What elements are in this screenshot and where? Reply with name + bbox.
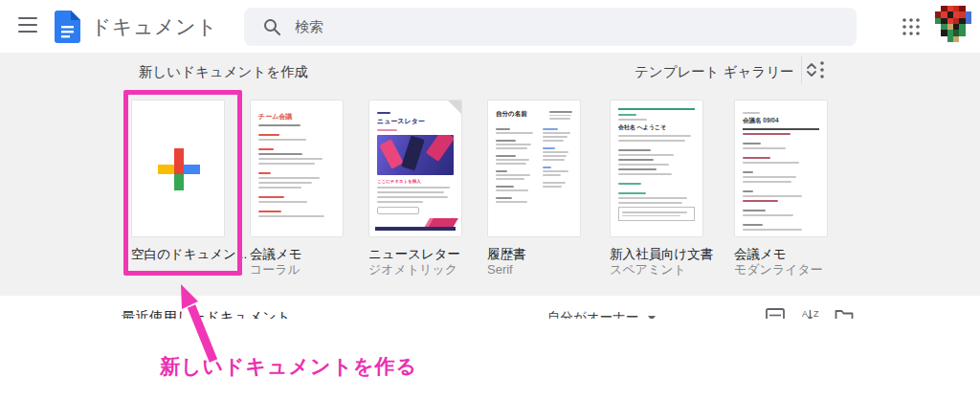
template-sublabel: ジオメトリック [368,262,462,278]
more-options-icon[interactable] [814,60,830,83]
preview-doc-title: ニュースレター [377,117,454,126]
template-label: 履歴書 [487,246,581,262]
template-label: ニュースレター [368,246,462,262]
google-apps-grid-icon[interactable] [902,17,921,36]
account-avatar[interactable] [935,6,971,42]
sort-az-icon[interactable]: AZ [802,308,821,319]
svg-text:Z: Z [813,309,819,319]
app-title: ドキュメント [91,13,217,40]
template-card-geometric[interactable]: ニュースレター ここにテキストを挿入 ニュースレター ジオメトリック [368,100,462,278]
preview-text-lines [618,114,695,121]
list-view-icon[interactable] [766,308,785,319]
docs-home-screen: ドキュメント 検索 [0,0,980,400]
template-sublabel: Serif [487,262,581,278]
template-card-modern-writer[interactable]: 会議名 09/04 会議メモ モダンライター [734,100,828,278]
dropdown-caret-icon [648,316,656,319]
template-sublabel: コーラル [250,262,344,278]
resume-left-column [496,126,537,206]
preview-doc-title: 自分の名前 [496,110,527,122]
callout-box [618,207,695,221]
green-rule [618,108,695,110]
search-icon [262,17,281,40]
search-placeholder: 検索 [295,18,323,36]
open-file-picker-icon[interactable] [835,308,854,319]
top-app-bar: ドキュメント 検索 [0,0,980,53]
preview-heading: ここにテキストを挿入 [377,179,454,184]
preview-text-lines [377,187,454,203]
coral-thumbnail: チーム会議 [250,100,344,237]
modern-writer-thumbnail: 会議名 09/04 [734,100,828,237]
preview-text-lines [258,124,335,217]
template-sublabel: スペアミント [610,262,703,278]
doc-line [377,129,397,131]
geometric-footer-deco [369,217,461,231]
newsletter-photo [377,135,454,175]
serif-thumbnail: 自分の名前 [487,100,581,237]
google-docs-icon[interactable] [55,11,80,47]
template-label: 会議メモ [734,246,828,262]
template-card-coral[interactable]: チーム会議 会議メモ コーラル [250,100,344,278]
doc-line [743,112,760,114]
template-gallery-label: テンプレート ギャラリー [635,63,794,81]
doc-line [377,112,390,114]
section-heading: 新しいドキュメントを作成 [139,63,308,81]
preview-text-lines [618,135,695,204]
title-rule [743,128,819,130]
template-gallery-button[interactable]: テンプレート ギャラリー [635,60,817,83]
recent-documents-row: 最近使用したドキュメント 自分がオーナー AZ [0,296,980,319]
new-document-section: 新しいドキュメントを作成 テンプレート ギャラリー 空白のドキュメン... チー… [0,53,980,296]
header-divider [801,56,802,83]
template-label: 空白のドキュメン... [131,246,225,262]
owner-filter-dropdown[interactable]: 自分がオーナー [547,309,656,319]
corner-deco [448,100,461,114]
address-lines [549,108,572,122]
template-sublabel: モダンライター [734,262,828,278]
search-input[interactable]: 検索 [244,8,857,46]
template-card-serif[interactable]: 自分の名前 履歴書 Serif [487,100,581,278]
recent-docs-heading: 最近使用したドキュメント [122,308,291,319]
template-card-spearmint[interactable]: 会社名 へようこそ 新入社員向け文書 スペアミント [610,100,703,278]
template-card-blank[interactable]: 空白のドキュメン... [131,100,225,262]
new-doc-plus-icon [158,148,200,190]
preview-doc-title: チーム会議 [258,112,335,122]
main-menu-icon[interactable] [18,17,37,33]
svg-text:A: A [802,309,808,319]
preview-doc-title: 会社名 へようこそ [618,123,695,132]
annotation-caption: 新しいドキュメントを作る [160,353,417,380]
preview-button [377,207,419,214]
resume-right-column [543,126,572,206]
geometric-thumbnail: ニュースレター ここにテキストを挿入 [368,100,462,237]
template-label: 会議メモ [250,246,344,262]
preview-text-lines [743,133,819,231]
blank-doc-thumbnail [131,100,225,237]
template-label: 新入社員向け文書 [610,246,703,262]
spearmint-thumbnail: 会社名 へようこそ [610,100,703,237]
preview-doc-title: 会議名 09/04 [743,117,819,125]
